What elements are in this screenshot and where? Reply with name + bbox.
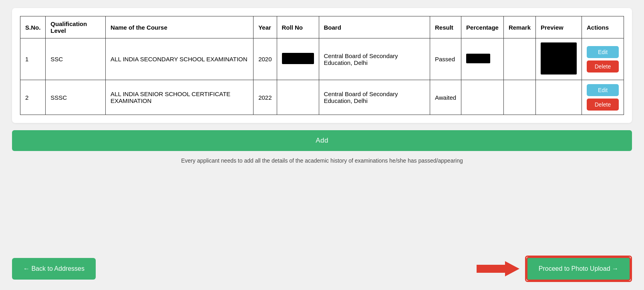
cell-qualification-1: SSC bbox=[46, 38, 106, 80]
delete-button-1[interactable]: Delete bbox=[587, 60, 619, 72]
col-header-board: Board bbox=[319, 16, 430, 38]
cell-rollno-1 bbox=[277, 38, 319, 80]
cell-qualification-2: SSSC bbox=[46, 80, 106, 115]
cell-year-1: 2020 bbox=[254, 38, 277, 80]
col-header-qualification: Qualification Level bbox=[46, 16, 106, 38]
cell-result-2: Awaited bbox=[430, 80, 461, 115]
cell-sno-2: 2 bbox=[20, 80, 46, 115]
back-to-addresses-button[interactable]: ← Back to Addresses bbox=[12, 258, 96, 280]
cell-percentage-1 bbox=[461, 38, 504, 80]
edit-button-2[interactable]: Edit bbox=[587, 84, 619, 96]
cell-result-1: Passed bbox=[430, 38, 461, 80]
cell-remark-1 bbox=[503, 38, 535, 80]
qualifications-table: S.No. Qualification Level Name of the Co… bbox=[20, 16, 624, 115]
col-header-actions: Actions bbox=[582, 16, 624, 38]
add-button[interactable]: Add bbox=[12, 130, 632, 151]
col-header-year: Year bbox=[254, 16, 277, 38]
cell-actions-1: Edit Delete bbox=[582, 38, 624, 80]
svg-marker-1 bbox=[505, 261, 519, 276]
cell-board-2: Central Board of Secondary Education, De… bbox=[319, 80, 430, 115]
add-button-row: Add bbox=[12, 130, 632, 151]
redacted-preview-1 bbox=[541, 42, 577, 75]
proceed-group: Proceed to Photo Upload → bbox=[476, 256, 632, 282]
redacted-rollno-1 bbox=[282, 53, 314, 64]
cell-remark-2 bbox=[503, 80, 535, 115]
delete-button-2[interactable]: Delete bbox=[587, 99, 619, 111]
red-arrow-icon bbox=[476, 258, 520, 280]
col-header-course: Name of the Course bbox=[106, 16, 254, 38]
proceed-button-border: Proceed to Photo Upload → bbox=[525, 256, 632, 282]
cell-preview-1 bbox=[535, 38, 582, 80]
col-header-sno: S.No. bbox=[20, 16, 46, 38]
cell-percentage-2 bbox=[461, 80, 504, 115]
cell-preview-2 bbox=[535, 80, 582, 115]
proceed-to-photo-upload-button[interactable]: Proceed to Photo Upload → bbox=[526, 257, 631, 281]
qualifications-table-container: S.No. Qualification Level Name of the Co… bbox=[12, 8, 632, 123]
cell-course-1: ALL INDIA SECONDARY SCHOOL EXAMINATION bbox=[106, 38, 254, 80]
cell-year-2: 2022 bbox=[254, 80, 277, 115]
cell-actions-2: Edit Delete bbox=[582, 80, 624, 115]
col-header-percentage: Percentage bbox=[461, 16, 504, 38]
table-row: 1 SSC ALL INDIA SECONDARY SCHOOL EXAMINA… bbox=[20, 38, 624, 80]
cell-course-2: ALL INDIA SENIOR SCHOOL CERTIFICATE EXAM… bbox=[106, 80, 254, 115]
arrow-indicator bbox=[476, 258, 520, 280]
cell-sno-1: 1 bbox=[20, 38, 46, 80]
col-header-result: Result bbox=[430, 16, 461, 38]
helper-text: Every applicant needs to add all the det… bbox=[12, 157, 632, 164]
svg-rect-0 bbox=[477, 265, 505, 272]
col-header-rollno: Roll No bbox=[277, 16, 319, 38]
col-header-preview: Preview bbox=[535, 16, 582, 38]
bottom-navigation: ← Back to Addresses Proceed to Photo Upl… bbox=[12, 252, 632, 282]
edit-button-1[interactable]: Edit bbox=[587, 46, 619, 58]
col-header-remark: Remark bbox=[503, 16, 535, 38]
redacted-percentage-1 bbox=[466, 54, 490, 63]
table-row: 2 SSSC ALL INDIA SENIOR SCHOOL CERTIFICA… bbox=[20, 80, 624, 115]
cell-board-1: Central Board of Secondary Education, De… bbox=[319, 38, 430, 80]
cell-rollno-2 bbox=[277, 80, 319, 115]
